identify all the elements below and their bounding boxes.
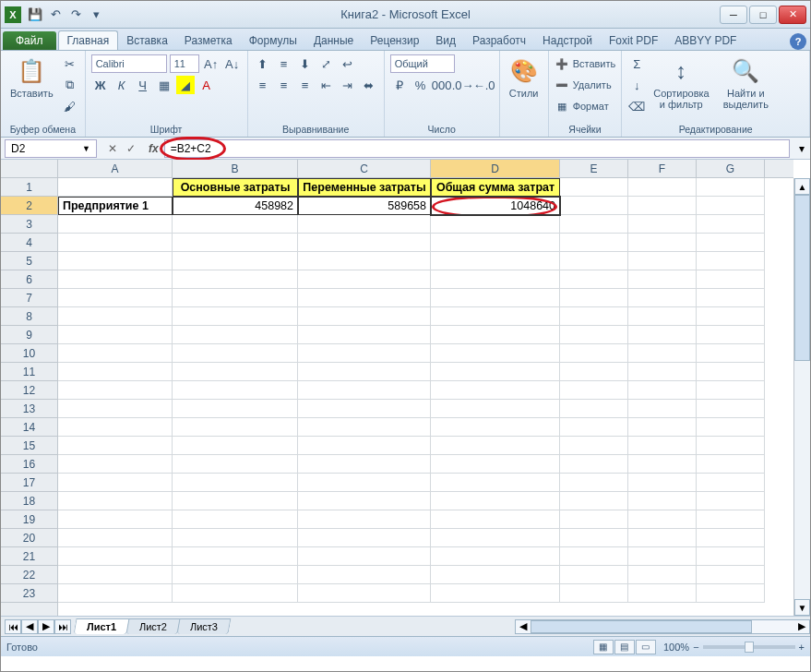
cell-D9[interactable]: [431, 326, 560, 344]
vertical-scrollbar[interactable]: ▲ ▼: [793, 178, 810, 616]
namebox-dropdown-icon[interactable]: ▼: [82, 144, 90, 153]
tab-layout[interactable]: Разметка: [176, 31, 241, 50]
cell-F1[interactable]: [628, 178, 697, 197]
cell-G19[interactable]: [697, 510, 765, 529]
cell-C9[interactable]: [298, 326, 431, 344]
cell-A8[interactable]: [58, 307, 173, 326]
normal-view-icon[interactable]: ▦: [593, 640, 614, 654]
comma-icon[interactable]: 000: [433, 76, 451, 94]
sheet-tab-1[interactable]: Лист1: [74, 618, 130, 634]
cell-B2[interactable]: 458982: [173, 197, 298, 215]
shrink-font-icon[interactable]: A↓: [223, 54, 242, 73]
cell-B13[interactable]: [173, 400, 298, 418]
copy-icon[interactable]: ⧉: [61, 76, 79, 94]
scroll-left-icon[interactable]: ◀: [516, 620, 531, 633]
cell-C13[interactable]: [298, 400, 431, 418]
cell-A19[interactable]: [58, 510, 173, 529]
row-header-13[interactable]: 13: [1, 400, 57, 418]
cell-C5[interactable]: [298, 252, 431, 270]
number-format-combo[interactable]: Общий: [390, 54, 455, 73]
cell-A15[interactable]: [58, 437, 173, 455]
cell-F2[interactable]: [628, 197, 697, 215]
accept-formula-icon[interactable]: ✓: [123, 139, 139, 158]
cell-F10[interactable]: [628, 344, 697, 363]
cell-G16[interactable]: [697, 455, 765, 474]
cell-A4[interactable]: [58, 234, 173, 252]
cell-B21[interactable]: [173, 547, 298, 566]
cell-E7[interactable]: [560, 289, 628, 307]
cell-B12[interactable]: [173, 381, 298, 400]
merge-icon[interactable]: ⬌: [360, 76, 378, 94]
cell-F19[interactable]: [628, 510, 697, 529]
cell-D1[interactable]: Общая сумма затрат: [431, 178, 560, 197]
row-header-9[interactable]: 9: [1, 326, 57, 344]
cell-B17[interactable]: [173, 474, 298, 492]
cell-F4[interactable]: [628, 234, 697, 252]
cell-D5[interactable]: [431, 252, 560, 270]
cell-F20[interactable]: [628, 529, 697, 547]
cell-A9[interactable]: [58, 326, 173, 344]
name-box[interactable]: D2 ▼: [5, 139, 97, 158]
column-header-C[interactable]: C: [298, 160, 431, 177]
increase-decimal-icon[interactable]: .0→: [454, 76, 472, 94]
row-header-4[interactable]: 4: [1, 234, 57, 252]
format-cells-button[interactable]: ▦Формат: [555, 97, 616, 115]
cell-D17[interactable]: [431, 474, 560, 492]
cell-F16[interactable]: [628, 455, 697, 474]
cell-G15[interactable]: [697, 437, 765, 455]
autosum-icon[interactable]: Σ: [627, 54, 646, 73]
cells-area[interactable]: Основные затратыПеременные затратыОбщая …: [58, 178, 793, 616]
cell-C10[interactable]: [298, 344, 431, 363]
cell-D18[interactable]: [431, 492, 560, 510]
cell-D14[interactable]: [431, 418, 560, 437]
cell-F6[interactable]: [628, 270, 697, 289]
cell-C21[interactable]: [298, 547, 431, 566]
cell-B7[interactable]: [173, 289, 298, 307]
cell-B19[interactable]: [173, 510, 298, 529]
cell-B8[interactable]: [173, 307, 298, 326]
font-size-combo[interactable]: 11: [170, 54, 199, 73]
cell-F14[interactable]: [628, 418, 697, 437]
cell-F15[interactable]: [628, 437, 697, 455]
row-header-17[interactable]: 17: [1, 474, 57, 492]
tab-view[interactable]: Вид: [427, 31, 464, 50]
cell-E13[interactable]: [560, 400, 628, 418]
cell-C23[interactable]: [298, 584, 431, 603]
cell-E6[interactable]: [560, 270, 628, 289]
cell-D22[interactable]: [431, 566, 560, 584]
font-color-icon[interactable]: A: [197, 76, 216, 94]
page-break-view-icon[interactable]: ▭: [636, 640, 656, 654]
cell-A17[interactable]: [58, 474, 173, 492]
cut-icon[interactable]: ✂: [61, 54, 79, 73]
zoom-out-icon[interactable]: −: [693, 642, 698, 653]
cell-F13[interactable]: [628, 400, 697, 418]
cell-E22[interactable]: [560, 566, 628, 584]
cell-C12[interactable]: [298, 381, 431, 400]
cell-D16[interactable]: [431, 455, 560, 474]
cell-B10[interactable]: [173, 344, 298, 363]
cell-A12[interactable]: [58, 381, 173, 400]
cell-C14[interactable]: [298, 418, 431, 437]
column-header-F[interactable]: F: [628, 160, 697, 177]
clear-icon[interactable]: ⌫: [627, 97, 646, 115]
tab-developer[interactable]: Разработч: [464, 31, 534, 50]
row-header-8[interactable]: 8: [1, 307, 57, 326]
cell-A18[interactable]: [58, 492, 173, 510]
row-header-5[interactable]: 5: [1, 252, 57, 270]
cell-D19[interactable]: [431, 510, 560, 529]
cell-G12[interactable]: [697, 381, 765, 400]
cell-A13[interactable]: [58, 400, 173, 418]
cell-B20[interactable]: [173, 529, 298, 547]
italic-button[interactable]: К: [113, 76, 131, 94]
border-icon[interactable]: ▦: [155, 76, 173, 94]
cell-C4[interactable]: [298, 234, 431, 252]
align-middle-icon[interactable]: ≡: [275, 54, 293, 73]
row-header-19[interactable]: 19: [1, 510, 57, 529]
cell-G7[interactable]: [697, 289, 765, 307]
cell-G4[interactable]: [697, 234, 765, 252]
cell-G13[interactable]: [697, 400, 765, 418]
insert-cells-button[interactable]: ➕Вставить: [555, 54, 616, 73]
formula-input[interactable]: =B2+C2: [164, 139, 790, 158]
cell-C6[interactable]: [298, 270, 431, 289]
row-header-2[interactable]: 2: [1, 197, 57, 215]
